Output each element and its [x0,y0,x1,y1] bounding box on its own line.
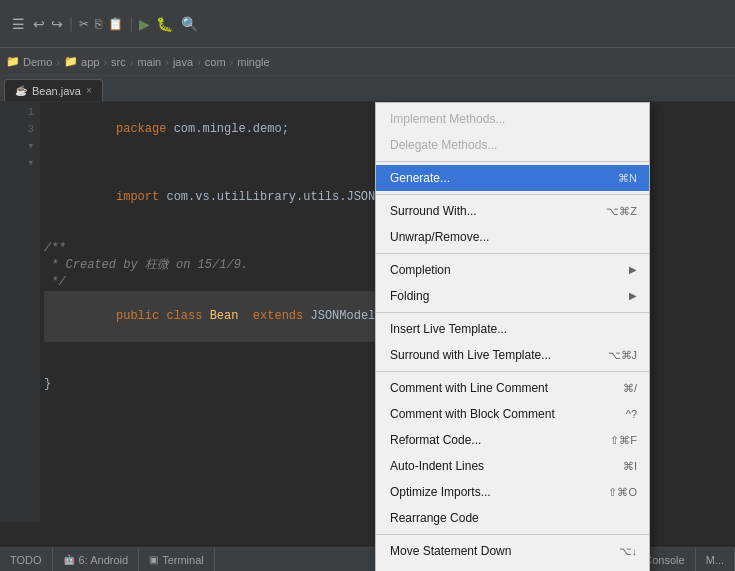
menu-item-comment-block-label: Comment with Block Comment [390,404,618,424]
menu-item-generate[interactable]: Generate... ⌘N [376,165,649,191]
menu-item-move-statement-up-shortcut: ⌥↑ [619,567,638,571]
menu-item-unwrap-label: Unwrap/Remove... [390,227,637,247]
code-line-7: */ [44,274,375,291]
menu-item-reformat-shortcut: ⇧⌘F [610,430,637,450]
tab-bean-java[interactable]: ☕ Bean.java × [4,79,103,101]
menu-item-surround-with[interactable]: Surround With... ⌥⌘Z [376,198,649,224]
redo-icon[interactable]: ↪ [49,14,65,34]
code-line-11: } [44,376,375,393]
line-numbers: 1 3 ▾ ▾ [0,102,40,522]
menu-item-auto-indent-label: Auto-Indent Lines [390,456,615,476]
breadcrumb-com[interactable]: com [205,56,226,68]
menu-item-surround-with-label: Surround With... [390,201,598,221]
top-toolbar: ☰ ↩ ↪ | ✂ ⎘ 📋 | ▶ 🐛 🔍 [0,0,735,48]
status-maven[interactable]: M... [696,548,735,571]
code-line-5: /** [44,240,375,257]
breadcrumb-demo[interactable]: 📁 Demo [6,55,52,68]
ide-container: ☰ ↩ ↪ | ✂ ⎘ 📋 | ▶ 🐛 🔍 📁 Demo › 📁 app › s… [0,0,735,571]
menu-item-unwrap[interactable]: Unwrap/Remove... [376,224,649,250]
menu-item-surround-live-template[interactable]: Surround with Live Template... ⌥⌘J [376,342,649,368]
terminal-icon: ▣ [149,554,158,565]
menu-item-move-statement-down-label: Move Statement Down [390,541,611,561]
code-line-2 [44,155,375,172]
breadcrumb-main[interactable]: main [137,56,161,68]
menu-icon[interactable]: ☰ [8,14,29,34]
tab-bar: ☕ Bean.java × [0,76,735,102]
separator-1 [376,161,649,162]
code-content: package com.mingle.demo; import com.vs.u… [44,104,375,393]
breadcrumb-bar: 📁 Demo › 📁 app › src › main › java › com… [0,48,735,76]
folding-arrow-icon: ▶ [629,286,637,306]
editor-area[interactable]: 1 3 ▾ ▾ package com.mingle.demo; [0,102,375,522]
menu-item-implement-methods-label: Implement Methods... [390,109,629,129]
java-file-icon: ☕ [15,85,27,96]
menu-item-folding[interactable]: Folding ▶ [376,283,649,309]
menu-item-delegate-methods[interactable]: Delegate Methods... [376,132,649,158]
android-label: 6: Android [79,554,129,566]
menu-item-move-statement-down-shortcut: ⌥↓ [619,541,638,561]
menu-item-delegate-methods-label: Delegate Methods... [390,135,637,155]
debug-icon[interactable]: 🐛 [154,14,175,34]
tab-close-button[interactable]: × [86,85,92,96]
undo-icon[interactable]: ↩ [31,14,47,34]
menu-item-comment-line-label: Comment with Line Comment [390,378,615,398]
status-terminal[interactable]: ▣ Terminal [139,548,215,571]
run-icon[interactable]: ▶ [137,14,152,34]
android-icon: 🤖 [63,554,75,565]
status-todo[interactable]: TODO [0,548,53,571]
menu-item-auto-indent-shortcut: ⌘I [623,456,637,476]
menu-item-auto-indent[interactable]: Auto-Indent Lines ⌘I [376,453,649,479]
context-menu: Implement Methods... Delegate Methods...… [375,102,650,571]
code-line-10 [44,359,375,376]
cut-icon[interactable]: ✂ [77,15,91,33]
code-line-3: import com.vs.utilLibrary.utils.JSONMode… [44,172,375,223]
menu-item-move-statement-up-label: Move Statement Up [390,567,611,571]
menu-item-folding-label: Folding [390,286,621,306]
menu-item-optimize-imports[interactable]: Optimize Imports... ⇧⌘O [376,479,649,505]
breadcrumb-java[interactable]: java [173,56,193,68]
menu-item-reformat[interactable]: Reformat Code... ⇧⌘F [376,427,649,453]
menu-item-move-statement-down[interactable]: Move Statement Down ⌥↓ [376,538,649,564]
menu-item-comment-block-shortcut: ^? [626,404,637,424]
breadcrumb-mingle[interactable]: mingle [237,56,269,68]
status-android[interactable]: 🤖 6: Android [53,548,140,571]
menu-item-comment-line-shortcut: ⌘/ [623,378,637,398]
menu-item-surround-live-template-shortcut: ⌥⌘J [608,345,638,365]
terminal-label: Terminal [162,554,204,566]
search-icon[interactable]: 🔍 [179,14,200,34]
menu-item-reformat-label: Reformat Code... [390,430,602,450]
separator-2 [376,194,649,195]
code-line-1: package com.mingle.demo; [44,104,375,155]
breadcrumb-src[interactable]: src [111,56,126,68]
code-line-9 [44,342,375,359]
folder-icon: 📁 [6,55,20,68]
completion-arrow-icon: ▶ [629,260,637,280]
maven-label: M... [706,554,724,566]
menu-item-completion[interactable]: Completion ▶ [376,257,649,283]
menu-item-optimize-imports-label: Optimize Imports... [390,482,600,502]
menu-item-generate-label: Generate... [390,168,610,188]
code-line-6: * Created by 枉微 on 15/1/9. [44,257,375,274]
copy-icon[interactable]: ⎘ [93,15,104,33]
breadcrumb-app[interactable]: 📁 app [64,55,99,68]
menu-item-move-statement-up[interactable]: Move Statement Up ⌥↑ [376,564,649,571]
separator-5 [376,371,649,372]
menu-item-generate-shortcut: ⌘N [618,168,637,188]
menu-item-insert-live-template-label: Insert Live Template... [390,319,637,339]
separator-6 [376,534,649,535]
paste-icon[interactable]: 📋 [106,15,125,33]
separator-4 [376,312,649,313]
separator-3 [376,253,649,254]
code-line-8: public class Bean extends JSONModel { [44,291,375,342]
tab-label: Bean.java [32,85,81,97]
menu-item-insert-live-template[interactable]: Insert Live Template... [376,316,649,342]
menu-item-completion-label: Completion [390,260,621,280]
menu-item-optimize-imports-shortcut: ⇧⌘O [608,482,637,502]
menu-item-implement-methods[interactable]: Implement Methods... [376,106,649,132]
menu-item-rearrange[interactable]: Rearrange Code [376,505,649,531]
todo-label: TODO [10,554,42,566]
menu-item-surround-with-shortcut: ⌥⌘Z [606,201,637,221]
menu-item-comment-line[interactable]: Comment with Line Comment ⌘/ [376,375,649,401]
menu-item-comment-block[interactable]: Comment with Block Comment ^? [376,401,649,427]
menu-item-surround-live-template-label: Surround with Live Template... [390,345,600,365]
